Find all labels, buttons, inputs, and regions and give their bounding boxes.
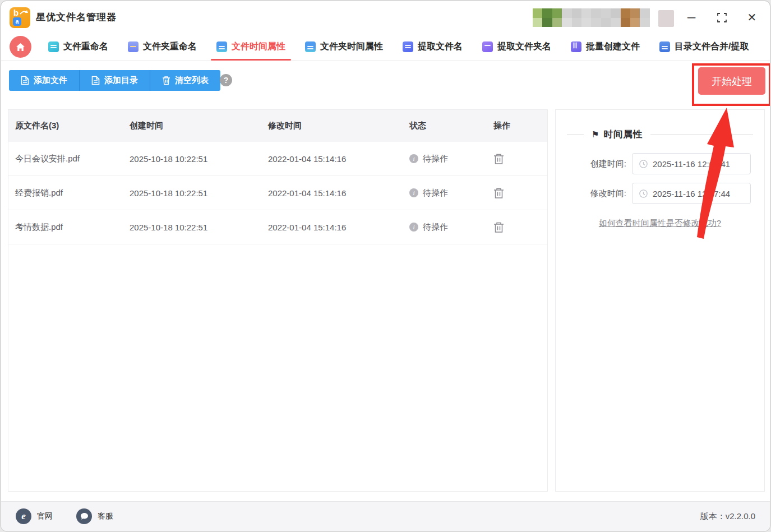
- window-controls: ─ ✕: [685, 1, 759, 34]
- app-logo-letter-b: b: [13, 8, 19, 17]
- add-file-label: 添加文件: [34, 75, 67, 86]
- file-name: 经费报销.pdf: [15, 188, 130, 198]
- file-name: 考情数据.pdf: [15, 222, 130, 233]
- panel-title-row: ⚑ 时间属性: [556, 128, 764, 141]
- mosaic-cell: [611, 8, 620, 18]
- column-header-original-name: 原文件名(3): [15, 121, 130, 131]
- mosaic-cell: [533, 8, 542, 18]
- trash-icon: [493, 187, 504, 199]
- calendar-icon: [216, 41, 227, 52]
- customer-service-label: 客服: [98, 511, 113, 521]
- add-file-button[interactable]: 添加文件: [9, 70, 79, 91]
- delete-row-button[interactable]: [493, 186, 507, 200]
- delete-row-button[interactable]: [493, 152, 507, 165]
- folder-blue-icon: [128, 41, 138, 52]
- start-processing-button[interactable]: 开始处理: [698, 67, 765, 95]
- mosaic-cell: [581, 8, 591, 18]
- table-header-row: 原文件名(3) 创建时间 修改时间 状态 操作: [8, 110, 547, 142]
- created-time-value: 2025-11-16 12:07:41: [653, 159, 730, 169]
- info-icon: i: [409, 188, 418, 197]
- calendar-icon: [305, 41, 316, 52]
- help-icon[interactable]: ?: [220, 74, 232, 86]
- tab-extract-folder-name[interactable]: 提取文件夹名: [482, 34, 551, 61]
- app-logo-icon: b a: [10, 7, 30, 28]
- trash-icon: [493, 153, 504, 165]
- modified-time: 2022-01-04 15:14:16: [268, 188, 409, 198]
- maximize-icon: [717, 13, 727, 22]
- created-time-input[interactable]: 2025-11-16 12:07:41: [632, 153, 751, 174]
- add-directory-button[interactable]: 添加目录: [79, 70, 150, 91]
- app-window: b a 星优文件名管理器 ─ ✕: [1, 1, 770, 531]
- tab-label: 文件夹时间属性: [320, 41, 383, 53]
- tab-label: 文件重命名: [63, 41, 108, 53]
- mosaic-cell: [572, 18, 581, 27]
- column-header-operation: 操作: [493, 121, 547, 131]
- tab-file-rename[interactable]: 文件重命名: [48, 34, 108, 61]
- minimize-button[interactable]: ─: [685, 11, 698, 24]
- tab-folder-rename[interactable]: 文件夹重命名: [128, 34, 197, 61]
- clock-icon: [639, 189, 648, 198]
- tab-label: 文件时间属性: [232, 41, 285, 53]
- clock-icon: [639, 160, 648, 168]
- tab-batch-create-files[interactable]: 批量创建文件: [571, 34, 640, 61]
- mosaic-cell: [581, 18, 591, 27]
- tab-label: 提取文件夹名: [497, 41, 551, 53]
- file-icon: [91, 76, 100, 85]
- home-icon: [16, 43, 25, 52]
- table-row: 今日会议安排.pdf 2025-10-18 10:22:51 2022-01-0…: [8, 142, 547, 176]
- mosaic-cell: [591, 8, 601, 18]
- browser-icon: e: [16, 508, 31, 524]
- flag-icon: ⚑: [592, 129, 599, 140]
- time-attribute-panel: ⚑ 时间属性 创建时间: 2025-11-16 12:07:41 修改时间:: [555, 109, 765, 492]
- created-time: 2025-10-18 10:22:51: [130, 154, 268, 164]
- tab-label: 批量创建文件: [586, 41, 640, 53]
- mosaic-cell: [533, 18, 542, 27]
- tab-label: 文件夹重命名: [143, 41, 197, 53]
- delete-row-button[interactable]: [493, 220, 507, 234]
- chat-bubble-glyph: [80, 512, 89, 520]
- created-time: 2025-10-18 10:22:51: [130, 223, 268, 232]
- modified-time: 2022-01-04 15:14:16: [268, 154, 409, 164]
- table-row: 考情数据.pdf 2025-10-18 10:22:51 2022-01-04 …: [8, 210, 547, 244]
- modified-time-input[interactable]: 2025-11-16 12:07:44: [632, 183, 751, 204]
- toolbar: 添加文件 添加目录 清空列表 ?: [1, 61, 770, 96]
- chat-icon: [76, 508, 92, 524]
- mosaic-cell: [640, 8, 649, 18]
- clear-list-button[interactable]: 清空列表: [150, 70, 220, 91]
- home-button[interactable]: [10, 36, 31, 58]
- mosaic-cell: [621, 18, 630, 27]
- mosaic-cell: [552, 18, 562, 27]
- document-blue-icon: [403, 41, 413, 52]
- column-header-created: 创建时间: [130, 121, 268, 131]
- column-header-status: 状态: [409, 121, 493, 131]
- maximize-button[interactable]: [715, 11, 728, 24]
- tab-extract-file-name[interactable]: 提取文件名: [403, 34, 463, 61]
- tab-file-time-attribute[interactable]: 文件时间属性: [216, 34, 285, 61]
- table-row: 经费报销.pdf 2025-10-18 10:22:51 2022-01-04 …: [8, 176, 547, 210]
- tab-folder-time-attribute[interactable]: 文件夹时间属性: [305, 34, 383, 61]
- modified-time: 2022-01-04 15:14:16: [268, 223, 409, 232]
- modified-time-value: 2025-11-16 12:07:44: [653, 189, 730, 198]
- official-site-label: 官网: [37, 511, 53, 521]
- how-to-verify-link[interactable]: 如何查看时间属性是否修改成功?: [556, 218, 764, 229]
- divider-left: [567, 135, 584, 135]
- mosaic-cell: [621, 8, 630, 18]
- redaction-mosaic-tail: [658, 10, 674, 27]
- close-button[interactable]: ✕: [745, 11, 759, 24]
- panel-title: 时间属性: [603, 128, 643, 141]
- clear-list-label: 清空列表: [175, 75, 209, 86]
- mosaic-cell: [572, 8, 581, 18]
- title-bar: b a 星优文件名管理器 ─ ✕: [1, 1, 770, 34]
- app-logo-arrow: [20, 10, 29, 16]
- customer-service-link[interactable]: 客服: [76, 508, 113, 524]
- tab-merge-extract-directory[interactable]: 目录文件合并/提取: [659, 34, 749, 61]
- mosaic-cell: [591, 18, 601, 27]
- official-site-link[interactable]: e 官网: [16, 508, 53, 524]
- column-header-modified: 修改时间: [268, 121, 409, 131]
- status-text: 待操作: [423, 188, 448, 198]
- status-text: 待操作: [423, 154, 448, 164]
- trash-icon: [162, 76, 170, 85]
- info-icon: i: [409, 154, 418, 163]
- mosaic-cell: [552, 8, 562, 18]
- version-text: 版本：v2.2.0.0: [700, 511, 755, 522]
